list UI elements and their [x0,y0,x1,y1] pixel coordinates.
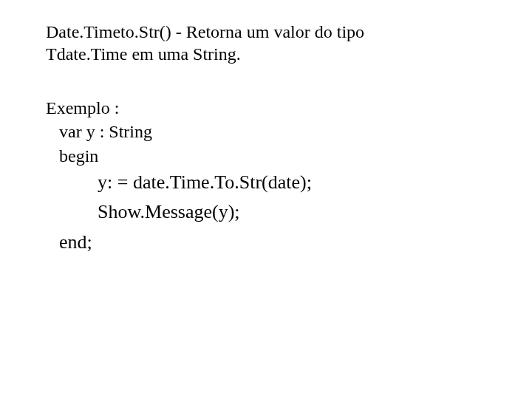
intro-line-2: Tdate.Time em uma String. [46,43,519,65]
code-var-decl: var y : String [46,120,519,143]
intro-block: Date.Timeto.Str() - Retorna um valor do … [46,21,519,65]
code-assign: y: = date.Time.To.Str(date); [46,168,519,197]
document-page: Date.Timeto.Str() - Retorna um valor do … [0,0,519,257]
code-end: end; [46,228,519,257]
example-block: Exemplo : var y : String begin y: = date… [46,96,519,257]
example-heading: Exemplo : [46,96,519,120]
code-begin: begin [46,144,519,168]
intro-line-1: Date.Timeto.Str() - Retorna um valor do … [46,21,519,43]
code-showmsg: Show.Message(y); [46,197,519,227]
